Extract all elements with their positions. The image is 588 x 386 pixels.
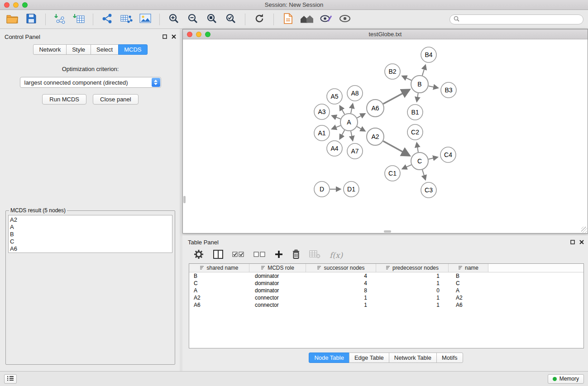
graph-node-C[interactable]: C bbox=[411, 152, 428, 170]
edge-C-C4[interactable] bbox=[429, 157, 438, 159]
column-header-MCDS-role[interactable]: MCDS role bbox=[249, 264, 306, 272]
show-columns-button[interactable] bbox=[213, 250, 223, 261]
edge-C-C1[interactable] bbox=[402, 165, 411, 169]
horizontal-scroll-thumb[interactable] bbox=[384, 230, 391, 233]
import-table-button[interactable] bbox=[71, 12, 86, 27]
tab-select[interactable]: Select bbox=[91, 44, 119, 55]
refresh-button[interactable] bbox=[252, 12, 267, 27]
add-column-button[interactable] bbox=[275, 250, 283, 260]
maximize-network-window-button[interactable] bbox=[205, 32, 210, 37]
graph-node-B1[interactable]: B1 bbox=[407, 105, 423, 120]
vertical-scroll-thumb[interactable] bbox=[183, 196, 186, 203]
function-builder-button[interactable]: f(x) bbox=[330, 251, 343, 260]
memory-button[interactable]: Memory bbox=[548, 374, 584, 384]
import-document-button[interactable] bbox=[280, 12, 296, 27]
edge-B-B4[interactable] bbox=[422, 65, 425, 76]
table-row[interactable]: Adominator80A bbox=[189, 287, 583, 294]
graph-node-A4[interactable]: A4 bbox=[327, 141, 342, 156]
edge-B-B2[interactable] bbox=[402, 76, 411, 80]
tab-network-table[interactable]: Network Table bbox=[389, 353, 437, 363]
graph-node-B4[interactable]: B4 bbox=[421, 47, 436, 62]
close-panel-icon[interactable] bbox=[172, 34, 176, 39]
graph-node-A8[interactable]: A8 bbox=[347, 86, 363, 101]
result-item[interactable]: A bbox=[10, 224, 172, 231]
result-item[interactable]: B bbox=[10, 231, 172, 238]
task-history-button[interactable] bbox=[4, 374, 17, 384]
run-mcds-button[interactable]: Run MCDS bbox=[42, 94, 86, 105]
graph-node-A5[interactable]: A5 bbox=[327, 89, 342, 104]
table-row[interactable]: A6connector11A6 bbox=[189, 301, 583, 309]
graph-node-A2[interactable]: A2 bbox=[367, 128, 384, 145]
show-hide-button[interactable] bbox=[337, 12, 353, 27]
maximize-window-button[interactable] bbox=[22, 2, 28, 8]
graph-node-C4[interactable]: C4 bbox=[440, 147, 456, 162]
graph-node-B2[interactable]: B2 bbox=[385, 64, 400, 79]
edge-A-A1[interactable] bbox=[332, 125, 340, 129]
graph-node-B3[interactable]: B3 bbox=[441, 82, 456, 98]
export-image-button[interactable] bbox=[138, 12, 153, 27]
save-session-button[interactable] bbox=[24, 12, 39, 27]
edge-A-A2[interactable] bbox=[357, 127, 365, 131]
mcds-result-list[interactable]: A2ABCA6 bbox=[8, 215, 172, 253]
zoom-in-button[interactable] bbox=[166, 12, 182, 27]
graph-node-C2[interactable]: C2 bbox=[407, 124, 423, 140]
close-network-window-button[interactable] bbox=[187, 32, 192, 37]
edge-A-A4[interactable] bbox=[340, 130, 345, 139]
tab-style[interactable]: Style bbox=[66, 44, 91, 55]
graph-node-A3[interactable]: A3 bbox=[314, 104, 330, 119]
new-network-button[interactable] bbox=[100, 12, 115, 27]
criterion-dropdown[interactable]: largest connected component (directed) bbox=[20, 77, 161, 88]
result-item[interactable]: A2 bbox=[10, 216, 172, 224]
resize-grip[interactable] bbox=[581, 227, 587, 233]
table-settings-button[interactable] bbox=[193, 249, 204, 262]
zoom-selected-button[interactable] bbox=[223, 12, 239, 27]
graph-node-A6[interactable]: A6 bbox=[367, 100, 384, 117]
search-input[interactable] bbox=[462, 16, 579, 23]
float-panel-icon[interactable] bbox=[163, 34, 167, 39]
column-header-shared-name[interactable]: shared name bbox=[189, 264, 249, 272]
graph-node-A7[interactable]: A7 bbox=[347, 143, 363, 159]
result-item[interactable]: C bbox=[10, 238, 172, 245]
edge-A6-B[interactable] bbox=[383, 90, 410, 104]
column-header-successor-nodes[interactable]: successor nodes bbox=[306, 264, 376, 272]
apply-style-button[interactable] bbox=[318, 12, 334, 27]
tab-mcds[interactable]: MCDS bbox=[118, 44, 147, 55]
table-row[interactable]: Cdominator41C bbox=[189, 280, 583, 287]
tab-motifs[interactable]: Motifs bbox=[436, 353, 463, 363]
edge-A-A5[interactable] bbox=[340, 106, 345, 114]
table-row[interactable]: Bdominator41B bbox=[189, 272, 583, 280]
home-button[interactable] bbox=[299, 12, 315, 27]
graph-node-C3[interactable]: C3 bbox=[421, 182, 436, 198]
edge-C-C3[interactable] bbox=[422, 170, 425, 180]
table-row[interactable]: A2connector11A2 bbox=[189, 294, 583, 301]
column-header-name[interactable]: name bbox=[449, 264, 488, 272]
search-field[interactable] bbox=[449, 14, 583, 24]
edge-B-B1[interactable] bbox=[417, 93, 418, 102]
edge-C-C2[interactable] bbox=[417, 143, 418, 152]
delete-column-button[interactable] bbox=[292, 249, 300, 261]
minimize-network-window-button[interactable] bbox=[196, 32, 201, 37]
float-table-panel-icon[interactable] bbox=[570, 240, 575, 244]
graph-node-C1[interactable]: C1 bbox=[385, 166, 400, 181]
zoom-fit-button[interactable] bbox=[204, 12, 220, 27]
close-window-button[interactable] bbox=[4, 2, 10, 8]
graph-node-B[interactable]: B bbox=[411, 76, 428, 93]
edge-B-B3[interactable] bbox=[429, 86, 438, 88]
edge-A-A3[interactable] bbox=[332, 116, 340, 119]
edge-A-A7[interactable] bbox=[351, 131, 353, 141]
tab-network[interactable]: Network bbox=[33, 44, 67, 55]
graph-node-A[interactable]: A bbox=[340, 114, 358, 131]
tab-node-table[interactable]: Node Table bbox=[309, 353, 349, 363]
network-from-table-button[interactable] bbox=[119, 12, 134, 27]
tab-edge-table[interactable]: Edge Table bbox=[349, 353, 389, 363]
graph-node-D1[interactable]: D1 bbox=[344, 181, 359, 197]
edge-A2-C[interactable] bbox=[383, 141, 410, 156]
graph-node-A1[interactable]: A1 bbox=[314, 125, 330, 141]
zoom-out-button[interactable] bbox=[185, 12, 201, 27]
network-canvas[interactable]: AA1A2A3A4A5A6A7A8BB1B2B3B4CC1C2C3C4DD1 bbox=[183, 39, 588, 233]
import-network-button[interactable] bbox=[52, 12, 67, 27]
close-table-panel-icon[interactable] bbox=[579, 240, 584, 244]
edge-A-A6[interactable] bbox=[357, 114, 365, 118]
graph-node-D[interactable]: D bbox=[314, 181, 330, 197]
select-all-button[interactable] bbox=[232, 251, 244, 260]
